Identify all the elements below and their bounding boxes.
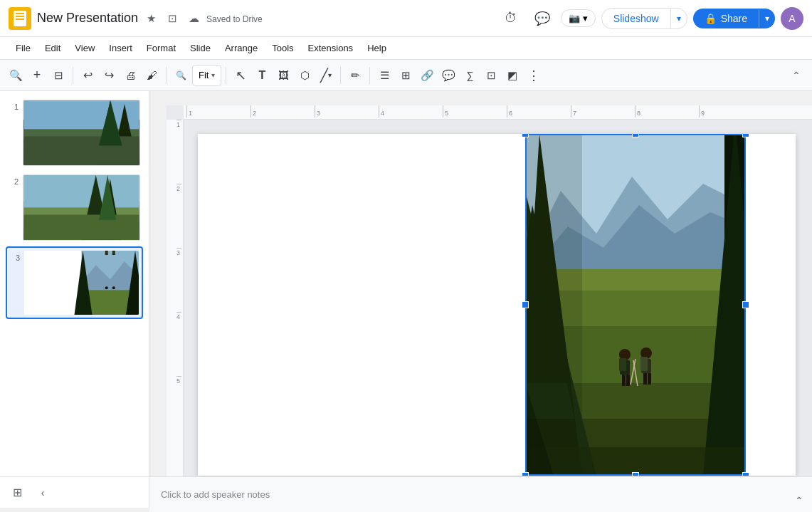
toolbar-divider-2 <box>166 67 167 84</box>
ruler-h-7: 7 <box>571 105 635 117</box>
resize-handle-ml[interactable] <box>522 301 529 308</box>
bottom-area: ⊞ ‹ Click to add speaker notes ⌃ <box>0 476 812 512</box>
collapse-panel-icon: ‹ <box>41 487 45 498</box>
line-tool-button[interactable]: ╱ ▾ <box>316 64 336 87</box>
menu-arrange[interactable]: Arrange <box>218 40 265 56</box>
menu-slide[interactable]: Slide <box>183 40 218 56</box>
ruler-v-2: 2 <box>176 184 181 248</box>
table-tool-button[interactable]: ⊞ <box>396 64 416 87</box>
menu-format[interactable]: Format <box>139 40 183 56</box>
equation-tool-button[interactable]: ∑ <box>460 64 480 87</box>
svg-rect-20 <box>112 251 115 255</box>
slide-item-3[interactable]: 3 <box>6 246 143 320</box>
toolbar-divider-5 <box>369 67 370 84</box>
text-tool-button[interactable]: T <box>252 64 272 87</box>
folder-button[interactable]: ⊡ <box>164 10 181 27</box>
notes-area[interactable]: Click to add speaker notes ⌃ <box>149 476 812 512</box>
svg-rect-5 <box>24 175 139 211</box>
menu-file[interactable]: File <box>9 40 38 56</box>
star-button[interactable]: ★ <box>142 10 159 27</box>
selected-image[interactable] <box>525 134 746 476</box>
align-tool-button[interactable]: ☰ <box>374 64 394 87</box>
svg-point-17 <box>105 286 108 289</box>
slide-thumb-scene-3 <box>24 251 139 315</box>
ruler-v-5: 5 <box>176 376 181 440</box>
menu-extensions[interactable]: Extensions <box>301 40 361 56</box>
slide-item-1[interactable]: 1 <box>6 97 143 169</box>
comment-tool-icon: 💬 <box>442 69 455 82</box>
resize-handle-bc[interactable] <box>632 472 639 476</box>
share-main-button[interactable]: 🔒 Share <box>693 9 759 28</box>
image-tool-button[interactable]: 🖼 <box>273 64 293 87</box>
print-icon: 🖨 <box>125 69 136 81</box>
paint-icon: 🖌 <box>147 69 157 81</box>
app-icon[interactable] <box>9 7 31 30</box>
resize-handle-tr[interactable] <box>742 134 749 137</box>
slides-panel-bottom: ⊞ ‹ <box>0 476 149 508</box>
slide1-svg <box>23 100 139 165</box>
shape-tool-button[interactable]: ⬡ <box>295 64 315 87</box>
svg-rect-45 <box>643 373 647 385</box>
header-actions: ⏱ 💬 📷 ▾ Slideshow ▾ 🔒 Share ▾ A <box>498 6 803 31</box>
menu-help[interactable]: Help <box>360 40 394 56</box>
toolbar-collapse-button[interactable]: ⌃ <box>786 66 806 85</box>
comment-tool-button[interactable]: 💬 <box>438 64 458 87</box>
history-icon: ⏱ <box>505 11 517 26</box>
svg-rect-40 <box>626 375 630 386</box>
bg-tool-button[interactable]: ◩ <box>502 64 522 87</box>
slideshow-dropdown-button[interactable]: ▾ <box>670 9 687 28</box>
menu-view[interactable]: View <box>68 40 102 56</box>
cloud-button[interactable]: ☁ <box>185 10 202 27</box>
menu-tools[interactable]: Tools <box>265 40 300 56</box>
canvas-scroll-area[interactable] <box>184 120 812 476</box>
comment-button[interactable]: 💬 <box>529 6 555 31</box>
ruler-v-4: 4 <box>176 312 181 376</box>
ruler-v-3: 3 <box>176 248 181 312</box>
ruler-h-5: 5 <box>443 105 507 117</box>
resize-handle-br[interactable] <box>742 472 749 476</box>
share-dropdown-button[interactable]: ▾ <box>759 9 775 28</box>
menu-edit[interactable]: Edit <box>38 40 68 56</box>
more-icon: ⋮ <box>527 68 541 83</box>
presentation-title[interactable]: New Presentation <box>37 11 138 26</box>
slide-item-2[interactable]: 2 <box>6 172 143 244</box>
paint-format-button[interactable]: 🖌 <box>142 64 162 87</box>
camera-button-group[interactable]: 📷 ▾ <box>561 9 596 27</box>
user-avatar[interactable]: A <box>781 7 803 30</box>
resize-handle-tl[interactable] <box>522 134 529 137</box>
resize-handle-mr[interactable] <box>742 301 749 308</box>
ruler-h-8: 8 <box>635 105 699 117</box>
pen-tool-button[interactable]: ✏ <box>345 64 365 87</box>
camera-icon: 📷 <box>569 13 580 23</box>
collapse-panel-button[interactable]: ‹ <box>31 481 54 504</box>
search-toolbar-button[interactable]: 🔍 <box>6 64 26 87</box>
hiking-scene-svg <box>525 134 746 476</box>
resize-handle-bl[interactable] <box>522 472 529 476</box>
resize-handle-tc[interactable] <box>632 134 639 137</box>
print-button[interactable]: 🖨 <box>120 64 140 87</box>
redo-button[interactable]: ↪ <box>99 64 119 87</box>
nature-image-content <box>525 134 746 476</box>
cursor-tool-button[interactable]: ↖ <box>231 64 251 87</box>
notes-expand-button[interactable]: ⌃ <box>795 495 803 506</box>
svg-rect-49 <box>525 447 746 476</box>
compact-view-button[interactable]: ⊟ <box>48 64 68 87</box>
zoom-out-btn[interactable]: 🔍 <box>171 64 191 87</box>
cursor-icon: ↖ <box>236 68 246 83</box>
crop-icon: ⊡ <box>487 69 496 82</box>
svg-rect-18 <box>105 251 108 255</box>
history-button[interactable]: ⏱ <box>498 6 524 31</box>
menu-insert[interactable]: Insert <box>102 40 139 56</box>
zoom-out-icon: 🔍 <box>176 70 186 80</box>
zoom-select[interactable]: Fit ▾ <box>192 65 221 86</box>
more-tools-button[interactable]: ⋮ <box>524 64 544 87</box>
link-tool-button[interactable]: 🔗 <box>417 64 437 87</box>
crop-tool-button[interactable]: ⊡ <box>481 64 501 87</box>
slide-canvas-area[interactable]: 1 2 3 4 5 6 7 8 9 1 2 3 4 5 <box>167 105 812 476</box>
slideshow-main-button[interactable]: Slideshow <box>602 9 670 28</box>
zoom-in-button[interactable]: + <box>27 64 47 87</box>
slide-canvas[interactable] <box>198 134 796 476</box>
camera-dropdown-icon: ▾ <box>583 13 588 23</box>
grid-view-button[interactable]: ⊞ <box>6 481 28 504</box>
undo-button[interactable]: ↩ <box>78 64 97 87</box>
